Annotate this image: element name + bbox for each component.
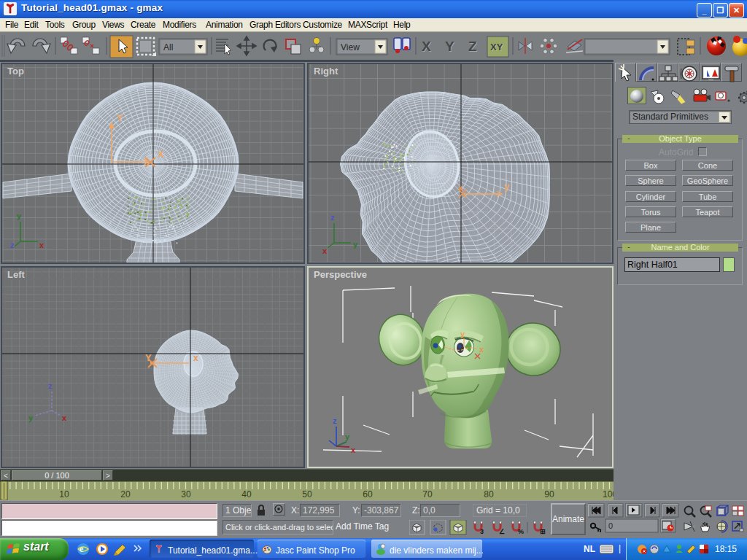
svg-text:100: 100: [603, 489, 614, 499]
svg-text:x: x: [351, 446, 356, 454]
svg-text:y: y: [345, 432, 350, 441]
svg-text:z: z: [48, 381, 53, 390]
svg-text:x: x: [322, 246, 328, 255]
svg-text:10: 10: [59, 489, 69, 499]
svg-text:y: y: [17, 211, 22, 220]
svg-text:X: X: [422, 39, 431, 54]
svg-text:y: y: [28, 413, 34, 422]
svg-text:XY: XY: [490, 42, 503, 52]
svg-text:40: 40: [241, 489, 252, 499]
svg-text:e: e: [80, 544, 84, 554]
svg-text:70: 70: [422, 489, 433, 499]
svg-text:Y: Y: [445, 39, 454, 54]
svg-text:z: z: [330, 213, 335, 222]
svg-text:X: X: [158, 149, 164, 160]
svg-text:Right: Right: [314, 66, 338, 77]
svg-text:0: 0: [608, 521, 613, 530]
svg-text:80: 80: [484, 489, 494, 499]
svg-text:20: 20: [120, 489, 131, 499]
svg-text:All: All: [163, 42, 173, 52]
svg-text:z: z: [333, 416, 337, 425]
svg-text:x: x: [39, 241, 44, 249]
svg-text:Left: Left: [7, 269, 26, 280]
svg-text:∠: ∠: [499, 528, 505, 535]
svg-text:x: x: [62, 413, 67, 422]
svg-text:3: 3: [480, 528, 484, 535]
svg-text:y: y: [504, 181, 510, 192]
svg-text:%: %: [518, 528, 524, 535]
svg-text:Z: Z: [468, 39, 477, 54]
svg-text:⊞: ⊞: [540, 528, 546, 535]
svg-text:View: View: [341, 42, 360, 52]
svg-text:Y: Y: [117, 112, 123, 123]
svg-text:60: 60: [363, 489, 373, 499]
svg-text:Top: Top: [7, 66, 24, 77]
svg-text:x: x: [193, 353, 198, 363]
svg-text:90: 90: [544, 489, 554, 499]
svg-text:Perspective: Perspective: [314, 269, 367, 280]
svg-text:x: x: [479, 345, 484, 354]
svg-text:50: 50: [302, 489, 312, 499]
svg-text:30: 30: [181, 489, 191, 499]
svg-text:z: z: [10, 241, 15, 249]
svg-text:y: y: [353, 240, 358, 249]
svg-text:y: y: [460, 330, 465, 338]
